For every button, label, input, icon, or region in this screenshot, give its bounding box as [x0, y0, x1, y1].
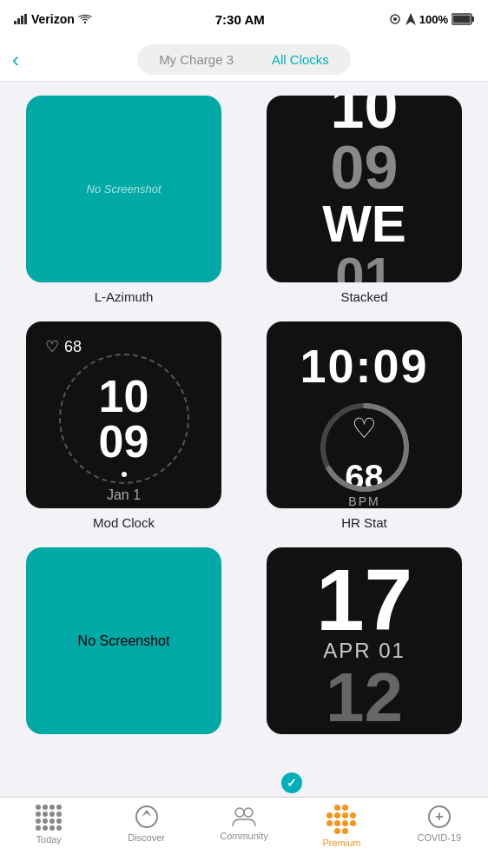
hr-circle-area: ♡	[317, 400, 412, 456]
clock-label-lazimuth: L-Azimuth	[95, 289, 154, 304]
tab-community[interactable]: Community	[195, 805, 293, 841]
stacked-day-num: 01	[335, 250, 393, 283]
discover-icon	[135, 805, 159, 829]
svg-point-4	[84, 22, 86, 23]
clock-item-teal2[interactable]: No Screenshot	[10, 547, 237, 741]
tab-my-charge[interactable]: My Charge 3	[140, 47, 253, 72]
svg-rect-0	[14, 21, 16, 24]
clock-preview-modclock: ♡ 68 10 09 Jan 1	[26, 321, 221, 508]
clock-label-modclock: Mod Clock	[93, 515, 155, 530]
svg-rect-9	[472, 17, 474, 22]
clock-item-hrstat[interactable]: 10:09 ♡ 68 BPM HR Stat	[251, 321, 478, 530]
no-screenshot-label: No Screenshot	[87, 182, 162, 195]
clock-grid: No Screenshot L-Azimuth 10 09 WE 01 Stac…	[10, 96, 478, 741]
mod-dot	[122, 472, 127, 477]
location-icon	[388, 13, 402, 25]
back-button[interactable]: ‹	[12, 48, 19, 72]
today-icon	[36, 805, 62, 831]
no-screenshot-label-2: No Screenshot	[78, 633, 170, 649]
clock-item-bigdate[interactable]: 17 APR 01 12 00	[251, 547, 478, 741]
clock-preview-stacked: 10 09 WE 01	[267, 96, 462, 282]
clock-item-lazimuth[interactable]: No Screenshot L-Azimuth	[10, 96, 237, 304]
svg-rect-1	[17, 18, 20, 24]
status-time: 7:30 AM	[215, 12, 265, 27]
navigation-icon	[406, 13, 416, 25]
bigdate-day: 17	[316, 556, 412, 643]
stacked-day-abbr: WE	[322, 198, 406, 250]
community-icon	[231, 805, 257, 827]
svg-text:+: +	[435, 809, 443, 824]
check-badge: ✓	[281, 772, 302, 793]
tab-community-label: Community	[220, 831, 268, 841]
mod-circle	[59, 354, 189, 484]
battery-label: 100%	[419, 13, 448, 26]
covid-icon: +	[427, 805, 452, 829]
hr-bpm-label: BPM	[348, 494, 379, 508]
clock-item-modclock[interactable]: ♡ 68 10 09 Jan 1 Mod Clock	[10, 321, 237, 530]
stacked-minute: 09	[331, 137, 399, 198]
clock-preview-hrstat: 10:09 ♡ 68 BPM	[267, 321, 462, 508]
svg-rect-10	[452, 16, 470, 23]
svg-marker-7	[406, 13, 416, 25]
status-carrier: Verizon	[14, 12, 92, 26]
premium-icon	[326, 805, 356, 834]
bigdate-hour: 12	[326, 663, 403, 732]
svg-point-6	[393, 17, 397, 21]
tab-discover[interactable]: Discover	[97, 805, 195, 843]
main-content: No Screenshot L-Azimuth 10 09 WE 01 Stac…	[0, 82, 488, 819]
tab-today-label: Today	[36, 834, 62, 845]
svg-marker-15	[142, 810, 152, 817]
mod-circle-area: 10 09	[59, 354, 189, 484]
hr-circle-svg	[317, 400, 412, 495]
tab-covid[interactable]: + COVID-19	[391, 805, 488, 843]
tab-discover-label: Discover	[128, 832, 165, 843]
svg-rect-3	[24, 14, 27, 24]
clock-label-hrstat: HR Stat	[341, 515, 387, 530]
mod-date: Jan 1	[107, 487, 141, 503]
signal-icon	[14, 14, 28, 24]
status-bar: Verizon 7:30 AM 100%	[0, 0, 488, 38]
carrier-label: Verizon	[31, 12, 75, 26]
nav-header: ‹ My Charge 3 All Clocks	[0, 38, 488, 82]
tab-premium-label: Premium	[322, 838, 360, 848]
clock-preview-bigdate: 17 APR 01 12 00	[267, 547, 462, 734]
clock-preview-teal2: No Screenshot	[26, 547, 221, 734]
status-right: 100%	[388, 13, 474, 26]
svg-rect-2	[21, 16, 23, 24]
hr-time: 10:09	[300, 339, 428, 393]
clock-item-stacked[interactable]: 10 09 WE 01 Stacked	[251, 96, 478, 304]
tab-all-clocks[interactable]: All Clocks	[253, 47, 348, 72]
tab-today[interactable]: Today	[0, 805, 97, 845]
clock-preview-lazimuth: No Screenshot	[26, 96, 221, 282]
tab-bar: Today Discover Community Premium + COVID	[0, 797, 488, 868]
tab-covid-label: COVID-19	[417, 832, 461, 843]
nav-tabs: My Charge 3 All Clocks	[137, 44, 351, 75]
battery-icon	[452, 13, 474, 25]
stacked-hour: 10	[331, 96, 399, 137]
svg-point-14	[136, 806, 157, 827]
clock-label-stacked: Stacked	[340, 289, 387, 304]
svg-point-17	[244, 808, 253, 817]
wifi-icon	[78, 14, 92, 24]
tab-premium[interactable]: Premium	[293, 805, 390, 848]
svg-point-16	[235, 808, 244, 817]
mod-heart-icon: ♡	[45, 337, 59, 356]
